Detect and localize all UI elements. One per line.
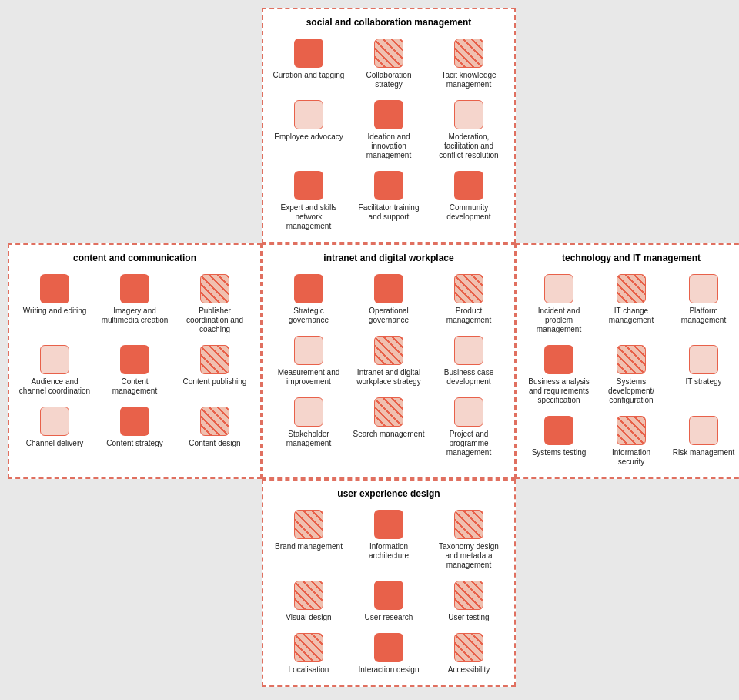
item-icon-box [374, 581, 403, 610]
item-icon-box [454, 633, 483, 662]
item-icon-box [120, 274, 149, 303]
list-item: Project and programme management [431, 394, 507, 461]
content-title: content and communication [17, 253, 252, 263]
intranet-section: intranet and digital workplace Strategic… [262, 243, 516, 479]
item-label: Expert and skills network management [273, 203, 345, 231]
list-item: Localisation [271, 630, 346, 678]
list-item: Content publishing [177, 342, 252, 399]
item-label: Measurement and improvement [273, 368, 345, 387]
item-label: IT change management [599, 306, 664, 325]
list-item: Systems testing [525, 413, 593, 470]
list-item: Brand management [271, 507, 346, 573]
list-item: Employee advocacy [271, 97, 346, 163]
item-icon-box [120, 407, 149, 436]
item-icon-box [374, 633, 403, 662]
item-icon-box [454, 171, 483, 200]
item-icon-box [617, 416, 646, 445]
ux-items-grid: Brand managementInformation architecture… [271, 507, 507, 678]
item-label: Visual design [286, 613, 331, 622]
ux-section: user experience design Brand managementI… [262, 479, 516, 687]
item-icon-box [374, 397, 403, 427]
item-label: IT strategy [685, 377, 721, 387]
item-icon-box [454, 581, 483, 610]
item-icon-box [689, 345, 718, 374]
item-icon-box [544, 345, 573, 374]
item-icon-box [374, 100, 403, 129]
social-items-grid: Curation and taggingCollaboration strate… [271, 35, 507, 234]
item-icon-box [294, 336, 323, 365]
intranet-title: intranet and digital workplace [271, 253, 507, 263]
list-item: Platform management [670, 271, 737, 337]
item-label: Community development [433, 203, 505, 222]
list-item: Community development [431, 168, 507, 234]
item-label: Systems testing [532, 448, 587, 457]
item-label: Localisation [289, 665, 329, 675]
item-icon-box [454, 100, 483, 129]
list-item: IT strategy [670, 342, 737, 408]
item-label: Operational governance [353, 306, 425, 325]
item-icon-box [40, 274, 69, 303]
content-items-grid: Writing and editingImagery and multimedi… [17, 271, 252, 451]
item-label: Business analysis and requirements speci… [527, 377, 591, 405]
list-item: Information architecture [351, 507, 426, 573]
item-icon-box [120, 345, 149, 374]
item-icon-box [454, 397, 483, 427]
list-item: Audience and channel coordination [17, 342, 92, 399]
item-label: Writing and editing [23, 306, 87, 316]
item-icon-box [454, 39, 483, 68]
item-label: Brand management [275, 542, 343, 551]
list-item: Search management [351, 394, 426, 461]
item-icon-box [374, 336, 403, 365]
list-item: Risk management [670, 413, 737, 470]
list-item: Operational governance [351, 271, 426, 328]
list-item: Publisher coordination and coaching [177, 271, 252, 337]
list-item: Incident and problem management [525, 271, 593, 337]
list-item: Writing and editing [17, 271, 92, 337]
list-item: Imagery and multimedia creation [97, 271, 172, 337]
item-icon-box [40, 407, 69, 436]
item-icon-box [294, 633, 323, 662]
item-label: Stakeholder management [273, 430, 345, 448]
item-label: Incident and problem management [527, 306, 591, 334]
item-label: Curation and tagging [273, 71, 345, 80]
item-label: Content strategy [106, 439, 162, 448]
technology-title: technology and IT management [525, 253, 737, 263]
intranet-items-grid: Strategic governanceOperational governan… [271, 271, 507, 461]
item-icon-box [294, 171, 323, 200]
item-icon-box [374, 274, 403, 303]
social-title: social and collaboration management [271, 17, 507, 28]
list-item: Information security [597, 413, 665, 470]
item-icon-box [544, 416, 573, 445]
list-item: Taxonomy design and metadata management [431, 507, 507, 573]
technology-section: technology and IT management Incident an… [516, 243, 739, 479]
list-item: Product management [431, 271, 507, 328]
item-label: Ideation and innovation management [353, 132, 425, 160]
list-item: Measurement and improvement [271, 333, 346, 390]
item-label: Information architecture [353, 542, 425, 561]
list-item: Visual design [271, 578, 346, 625]
item-icon-box [294, 39, 323, 68]
item-label: Strategic governance [273, 306, 345, 325]
item-icon-box [374, 510, 403, 539]
list-item: User research [351, 578, 426, 625]
item-label: Product management [433, 306, 505, 325]
list-item: Business analysis and requirements speci… [525, 342, 593, 408]
technology-items-grid: Incident and problem managementIT change… [525, 271, 737, 470]
item-label: Tacit knowledge management [433, 71, 505, 89]
item-label: Risk management [673, 448, 735, 457]
item-icon-box [454, 336, 483, 365]
list-item: Business case development [431, 333, 507, 390]
ux-title: user experience design [271, 488, 507, 499]
item-label: User research [365, 613, 413, 622]
item-label: Employee advocacy [274, 132, 343, 142]
item-icon-box [454, 274, 483, 303]
item-label: Content publishing [183, 377, 247, 387]
item-icon-box [294, 100, 323, 129]
item-icon-box [294, 581, 323, 610]
item-icon-box [294, 397, 323, 427]
item-label: Interaction design [359, 665, 420, 675]
list-item: Content strategy [97, 404, 172, 451]
list-item: Collaboration strategy [351, 35, 426, 92]
item-label: Business case development [433, 368, 505, 387]
item-label: Channel delivery [26, 439, 84, 448]
